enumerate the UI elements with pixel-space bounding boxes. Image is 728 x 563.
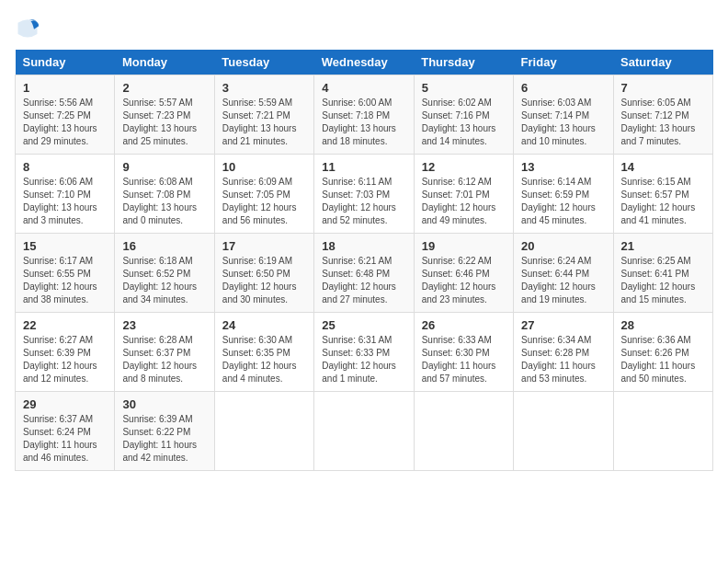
calendar-table: SundayMondayTuesdayWednesdayThursdayFrid… bbox=[15, 50, 713, 471]
calendar-cell: 9Sunrise: 6:08 AM Sunset: 7:08 PM Daylig… bbox=[115, 155, 214, 234]
calendar-week-1: 1Sunrise: 5:56 AM Sunset: 7:25 PM Daylig… bbox=[16, 75, 713, 155]
calendar-cell: 7Sunrise: 6:05 AM Sunset: 7:12 PM Daylig… bbox=[613, 75, 712, 155]
day-number: 6 bbox=[521, 81, 605, 95]
day-number: 17 bbox=[222, 239, 306, 253]
day-content: Sunrise: 5:56 AM Sunset: 7:25 PM Dayligh… bbox=[23, 97, 107, 148]
day-content: Sunrise: 6:06 AM Sunset: 7:10 PM Dayligh… bbox=[23, 176, 107, 227]
day-content: Sunrise: 6:08 AM Sunset: 7:08 PM Dayligh… bbox=[122, 176, 206, 227]
page-header bbox=[15, 15, 713, 40]
day-number: 28 bbox=[621, 318, 705, 332]
day-header-saturday: Saturday bbox=[613, 50, 712, 75]
day-number: 8 bbox=[23, 160, 107, 174]
calendar-week-5: 29Sunrise: 6:37 AM Sunset: 6:24 PM Dayli… bbox=[16, 392, 713, 471]
calendar-cell: 28Sunrise: 6:36 AM Sunset: 6:26 PM Dayli… bbox=[613, 313, 712, 392]
day-content: Sunrise: 6:18 AM Sunset: 6:52 PM Dayligh… bbox=[122, 255, 206, 306]
day-content: Sunrise: 6:19 AM Sunset: 6:50 PM Dayligh… bbox=[222, 255, 306, 306]
calendar-cell: 8Sunrise: 6:06 AM Sunset: 7:10 PM Daylig… bbox=[16, 155, 115, 234]
day-number: 9 bbox=[122, 160, 206, 174]
day-number: 20 bbox=[521, 239, 605, 253]
calendar-cell: 27Sunrise: 6:34 AM Sunset: 6:28 PM Dayli… bbox=[514, 313, 613, 392]
day-content: Sunrise: 6:03 AM Sunset: 7:14 PM Dayligh… bbox=[521, 97, 605, 148]
day-number: 2 bbox=[122, 81, 206, 95]
day-content: Sunrise: 6:28 AM Sunset: 6:37 PM Dayligh… bbox=[122, 334, 206, 385]
calendar-cell: 29Sunrise: 6:37 AM Sunset: 6:24 PM Dayli… bbox=[16, 392, 115, 471]
day-content: Sunrise: 6:30 AM Sunset: 6:35 PM Dayligh… bbox=[222, 334, 306, 385]
calendar-cell: 6Sunrise: 6:03 AM Sunset: 7:14 PM Daylig… bbox=[514, 75, 613, 155]
calendar-cell: 19Sunrise: 6:22 AM Sunset: 6:46 PM Dayli… bbox=[414, 234, 513, 313]
day-content: Sunrise: 6:34 AM Sunset: 6:28 PM Dayligh… bbox=[521, 334, 605, 385]
calendar-week-3: 15Sunrise: 6:17 AM Sunset: 6:55 PM Dayli… bbox=[16, 234, 713, 313]
calendar-cell bbox=[314, 392, 414, 471]
day-number: 29 bbox=[23, 397, 107, 411]
calendar-cell: 21Sunrise: 6:25 AM Sunset: 6:41 PM Dayli… bbox=[613, 234, 712, 313]
day-header-monday: Monday bbox=[115, 50, 214, 75]
day-content: Sunrise: 6:33 AM Sunset: 6:30 PM Dayligh… bbox=[422, 334, 506, 385]
logo-icon bbox=[15, 15, 40, 40]
day-number: 14 bbox=[621, 160, 705, 174]
day-number: 11 bbox=[322, 160, 405, 174]
day-number: 21 bbox=[621, 239, 705, 253]
calendar-cell: 3Sunrise: 5:59 AM Sunset: 7:21 PM Daylig… bbox=[214, 75, 313, 155]
day-number: 10 bbox=[222, 160, 306, 174]
calendar-cell: 5Sunrise: 6:02 AM Sunset: 7:16 PM Daylig… bbox=[414, 75, 513, 155]
calendar-cell: 2Sunrise: 5:57 AM Sunset: 7:23 PM Daylig… bbox=[115, 75, 214, 155]
day-number: 19 bbox=[422, 239, 506, 253]
day-number: 26 bbox=[422, 318, 506, 332]
day-number: 25 bbox=[322, 318, 405, 332]
calendar-cell bbox=[414, 392, 513, 471]
day-content: Sunrise: 6:27 AM Sunset: 6:39 PM Dayligh… bbox=[23, 334, 107, 385]
calendar-cell: 24Sunrise: 6:30 AM Sunset: 6:35 PM Dayli… bbox=[214, 313, 313, 392]
day-content: Sunrise: 6:31 AM Sunset: 6:33 PM Dayligh… bbox=[322, 334, 405, 385]
calendar-cell: 1Sunrise: 5:56 AM Sunset: 7:25 PM Daylig… bbox=[16, 75, 115, 155]
day-content: Sunrise: 6:22 AM Sunset: 6:46 PM Dayligh… bbox=[422, 255, 506, 306]
calendar-header: SundayMondayTuesdayWednesdayThursdayFrid… bbox=[16, 50, 713, 75]
logo bbox=[15, 15, 44, 40]
calendar-week-2: 8Sunrise: 6:06 AM Sunset: 7:10 PM Daylig… bbox=[16, 155, 713, 234]
calendar-cell: 26Sunrise: 6:33 AM Sunset: 6:30 PM Dayli… bbox=[414, 313, 513, 392]
day-content: Sunrise: 6:37 AM Sunset: 6:24 PM Dayligh… bbox=[23, 413, 107, 465]
calendar-cell bbox=[214, 392, 313, 471]
day-content: Sunrise: 6:39 AM Sunset: 6:22 PM Dayligh… bbox=[122, 413, 206, 465]
day-number: 7 bbox=[621, 81, 705, 95]
day-content: Sunrise: 6:14 AM Sunset: 6:59 PM Dayligh… bbox=[521, 176, 605, 227]
day-number: 24 bbox=[222, 318, 306, 332]
calendar-cell: 25Sunrise: 6:31 AM Sunset: 6:33 PM Dayli… bbox=[314, 313, 414, 392]
day-number: 1 bbox=[23, 81, 107, 95]
day-content: Sunrise: 6:24 AM Sunset: 6:44 PM Dayligh… bbox=[521, 255, 605, 306]
day-number: 27 bbox=[521, 318, 605, 332]
day-content: Sunrise: 5:59 AM Sunset: 7:21 PM Dayligh… bbox=[222, 97, 306, 148]
calendar-cell: 13Sunrise: 6:14 AM Sunset: 6:59 PM Dayli… bbox=[514, 155, 613, 234]
day-number: 13 bbox=[521, 160, 605, 174]
calendar-cell: 16Sunrise: 6:18 AM Sunset: 6:52 PM Dayli… bbox=[115, 234, 214, 313]
day-content: Sunrise: 6:12 AM Sunset: 7:01 PM Dayligh… bbox=[422, 176, 506, 227]
day-content: Sunrise: 6:15 AM Sunset: 6:57 PM Dayligh… bbox=[621, 176, 705, 227]
day-content: Sunrise: 6:36 AM Sunset: 6:26 PM Dayligh… bbox=[621, 334, 705, 385]
day-number: 22 bbox=[23, 318, 107, 332]
day-content: Sunrise: 6:17 AM Sunset: 6:55 PM Dayligh… bbox=[23, 255, 107, 306]
calendar-body: 1Sunrise: 5:56 AM Sunset: 7:25 PM Daylig… bbox=[16, 75, 713, 471]
day-header-friday: Friday bbox=[514, 50, 613, 75]
day-header-thursday: Thursday bbox=[414, 50, 513, 75]
day-header-tuesday: Tuesday bbox=[214, 50, 313, 75]
day-number: 3 bbox=[222, 81, 306, 95]
day-content: Sunrise: 6:02 AM Sunset: 7:16 PM Dayligh… bbox=[422, 97, 506, 148]
calendar-cell bbox=[613, 392, 712, 471]
day-number: 15 bbox=[23, 239, 107, 253]
day-content: Sunrise: 5:57 AM Sunset: 7:23 PM Dayligh… bbox=[122, 97, 206, 148]
day-number: 12 bbox=[422, 160, 506, 174]
day-number: 23 bbox=[122, 318, 206, 332]
day-content: Sunrise: 6:25 AM Sunset: 6:41 PM Dayligh… bbox=[621, 255, 705, 306]
day-number: 5 bbox=[422, 81, 506, 95]
calendar-cell: 15Sunrise: 6:17 AM Sunset: 6:55 PM Dayli… bbox=[16, 234, 115, 313]
day-content: Sunrise: 6:05 AM Sunset: 7:12 PM Dayligh… bbox=[621, 97, 705, 148]
calendar-cell: 11Sunrise: 6:11 AM Sunset: 7:03 PM Dayli… bbox=[314, 155, 414, 234]
day-header-sunday: Sunday bbox=[16, 50, 115, 75]
calendar-cell: 17Sunrise: 6:19 AM Sunset: 6:50 PM Dayli… bbox=[214, 234, 313, 313]
calendar-cell: 30Sunrise: 6:39 AM Sunset: 6:22 PM Dayli… bbox=[115, 392, 214, 471]
day-number: 16 bbox=[122, 239, 206, 253]
calendar-cell: 14Sunrise: 6:15 AM Sunset: 6:57 PM Dayli… bbox=[613, 155, 712, 234]
day-header-wednesday: Wednesday bbox=[314, 50, 414, 75]
calendar-cell: 20Sunrise: 6:24 AM Sunset: 6:44 PM Dayli… bbox=[514, 234, 613, 313]
day-content: Sunrise: 6:11 AM Sunset: 7:03 PM Dayligh… bbox=[322, 176, 405, 227]
day-content: Sunrise: 6:09 AM Sunset: 7:05 PM Dayligh… bbox=[222, 176, 306, 227]
